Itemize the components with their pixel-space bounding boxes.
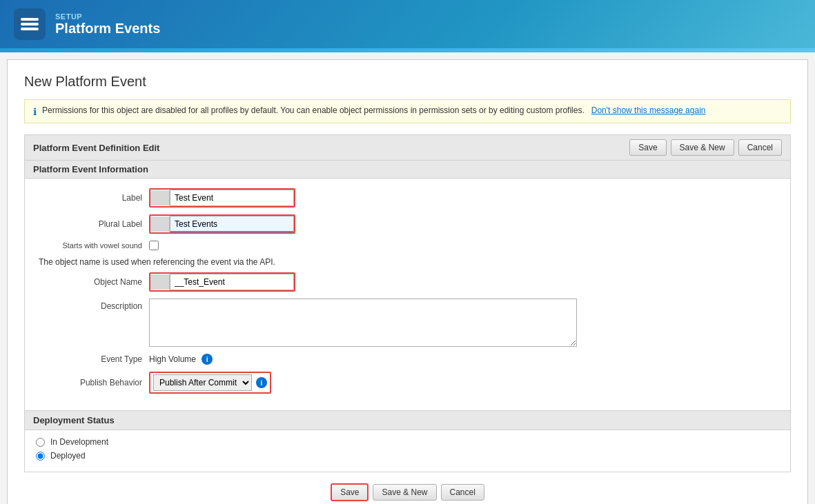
- description-label: Description: [39, 299, 149, 311]
- page-title: New Platform Event: [24, 74, 791, 90]
- vowel-sound-label: Starts with vowel sound: [39, 241, 149, 250]
- plural-label-field-wrapper: [149, 214, 295, 234]
- header-title: Platform Events: [55, 21, 160, 37]
- header: SETUP Platform Events: [0, 0, 815, 48]
- definition-section-title: Platform Event Definition Edit: [33, 143, 159, 153]
- bottom-save-button[interactable]: Save: [331, 483, 369, 501]
- object-name-row: Object Name: [39, 272, 776, 292]
- in-development-radio[interactable]: [36, 438, 45, 447]
- plural-label-row: Plural Label: [39, 214, 776, 234]
- object-name-input[interactable]: [170, 274, 294, 290]
- bottom-bar: Save Save & New Cancel: [24, 472, 791, 504]
- plural-prefix-box: [150, 216, 170, 232]
- header-icon: [14, 8, 46, 40]
- label-field-label: Label: [39, 193, 149, 203]
- outer-container: New Platform Event ℹ Permissions for thi…: [7, 59, 808, 504]
- vowel-sound-checkbox[interactable]: [149, 241, 159, 250]
- deployment-body: In Development Deployed: [25, 430, 790, 472]
- publish-info-icon[interactable]: i: [256, 377, 267, 388]
- event-type-info-icon[interactable]: i: [202, 354, 213, 365]
- label-prefix-box: [150, 190, 170, 205]
- bottom-cancel-button[interactable]: Cancel: [441, 484, 484, 501]
- dont-show-link[interactable]: Don't show this message again: [591, 105, 706, 115]
- event-type-label: Event Type: [39, 354, 149, 364]
- publish-behavior-row: Publish Behavior Publish After Commit Pu…: [39, 372, 776, 394]
- page-content: New Platform Event ℹ Permissions for thi…: [8, 60, 807, 504]
- publish-behavior-select[interactable]: Publish After Commit Publish Immediately: [153, 374, 252, 391]
- event-type-row: Event Type High Volume i: [39, 354, 776, 365]
- label-field-wrapper: [149, 188, 295, 208]
- object-name-label: Object Name: [39, 277, 149, 287]
- description-textarea[interactable]: [149, 299, 577, 347]
- deployment-section: Deployment Status In Development Deploye…: [24, 411, 791, 472]
- object-prefix-box: [150, 274, 170, 290]
- deployment-title: Deployment Status: [33, 415, 115, 425]
- in-development-label: In Development: [50, 437, 108, 447]
- top-cancel-button[interactable]: Cancel: [738, 139, 782, 156]
- description-row: Description: [39, 299, 776, 347]
- top-button-group: Save Save & New Cancel: [629, 139, 782, 156]
- api-note: The object name is used when referencing…: [39, 257, 776, 267]
- header-text: SETUP Platform Events: [55, 12, 160, 37]
- vowel-sound-row: Starts with vowel sound: [39, 241, 776, 250]
- deployed-label: Deployed: [50, 451, 86, 461]
- label-row: Label: [39, 188, 776, 208]
- plural-label-input[interactable]: [170, 216, 294, 232]
- accent-bar: [0, 48, 815, 52]
- info-icon: ℹ: [33, 106, 37, 117]
- definition-section-header: Platform Event Definition Edit Save Save…: [25, 135, 790, 161]
- deployed-radio[interactable]: [36, 452, 45, 461]
- publish-behavior-label: Publish Behavior: [39, 378, 149, 387]
- event-type-value-wrapper: High Volume i: [149, 354, 213, 365]
- publish-behavior-wrapper: Publish After Commit Publish Immediately…: [149, 372, 271, 394]
- definition-section: Platform Event Definition Edit Save Save…: [24, 134, 791, 411]
- top-save-button[interactable]: Save: [629, 139, 666, 156]
- info-banner: ℹ Permissions for this object are disabl…: [24, 99, 791, 123]
- event-type-value: High Volume: [149, 354, 196, 364]
- plural-label-field-label: Plural Label: [39, 219, 149, 229]
- deployed-row: Deployed: [36, 451, 779, 461]
- label-input[interactable]: [170, 190, 294, 206]
- top-save-new-button[interactable]: Save & New: [671, 139, 734, 156]
- form-body: Label Plural Label Starts wi: [25, 179, 790, 410]
- setup-label: SETUP: [55, 12, 160, 21]
- deployment-section-header: Deployment Status: [25, 411, 790, 430]
- info-banner-text: Permissions for this object are disabled…: [42, 105, 705, 115]
- info-subsection-title: Platform Event Information: [25, 161, 790, 178]
- in-development-row: In Development: [36, 437, 779, 447]
- object-name-field-wrapper: [149, 272, 295, 292]
- bottom-save-new-button[interactable]: Save & New: [373, 484, 436, 501]
